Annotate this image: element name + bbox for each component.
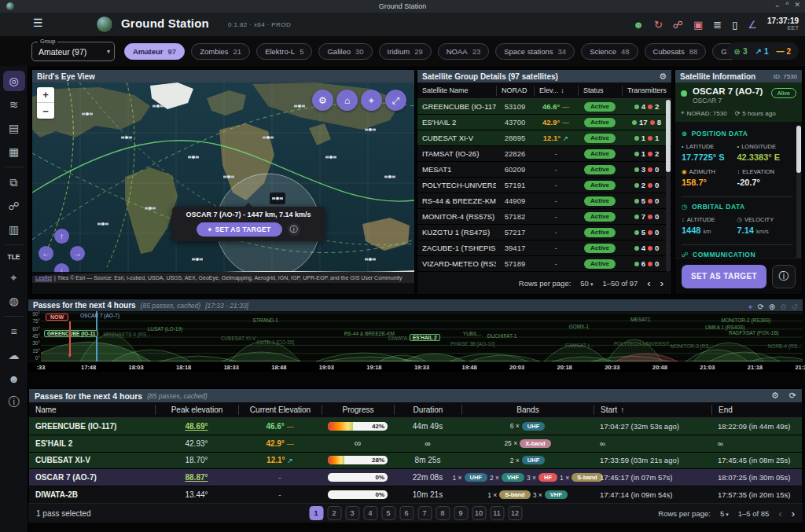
column-header-peak-elevation[interactable]: Peak elevation [155,405,238,415]
group-select[interactable]: Group Amateur (97) ▾ [31,42,115,61]
antenna-alert-icon[interactable]: ☍ [673,20,683,30]
scrollbar[interactable] [796,125,801,262]
pan-up-button[interactable]: ↑ [54,229,69,244]
page-button-5[interactable]: 5 [381,506,395,520]
rows-per-page-select[interactable]: 50▾ [580,279,593,288]
table-row[interactable]: MESAT160209-Active30 [417,162,671,178]
tooltip-info-button[interactable]: ⓘ [288,223,300,236]
page-button-4[interactable]: 4 [363,506,377,520]
sidebar-item-cloud[interactable]: ☁ [3,345,25,365]
map-home-button[interactable]: ⌂ [336,90,358,111]
column-header-current-elevation[interactable]: Current Elevation [238,405,322,415]
rotator-icon[interactable]: ↻ [654,20,663,30]
radio-icon[interactable]: ▣ [693,20,703,30]
peak-elevation[interactable]: 88.87° [185,473,208,482]
page-button-11[interactable]: 11 [490,506,504,520]
sidebar-item-passes[interactable]: ≋ [3,94,25,115]
sidebar-item-tuning[interactable]: ≡ [3,321,25,342]
sidebar-item-satellites[interactable]: ⌖ [3,267,25,288]
pass-row[interactable]: CUBESAT XI-V18.70°12.1° ↗28%8m 25s2 × UH… [29,453,802,470]
timeline-reset-button[interactable]: ↺ [792,303,798,311]
table-row[interactable]: MONITOR-4 (RS57S)57182-Active70 [417,209,671,225]
sidebar-item-files[interactable]: ▤ [3,118,25,138]
set-as-target-button[interactable]: SET AS TARGET [682,265,766,288]
column-header-elev[interactable]: Elev...↓ [534,86,578,96]
pass-row[interactable]: DIWATA-2B13.44°-0%10m 21s1 × S-band3 × V… [29,486,802,504]
rows-per-page-select[interactable]: 5▾ [720,509,729,518]
pass-row[interactable]: OSCAR 7 (AO-7)88.87°-0%22m 08s1 × UHF2 ×… [29,469,802,486]
operator-icon[interactable]: ☻ [633,20,644,30]
zoom-out-button[interactable]: − [37,103,54,119]
table-row[interactable]: CUBESAT XI-V2889512.1° ↗Active11 [417,130,671,146]
page-button-12[interactable]: 12 [508,506,522,520]
map-fullscreen-button[interactable]: ⤢ [385,90,406,111]
group-chip-iridium[interactable]: Iridium29 [379,43,432,60]
info-button[interactable]: ⓘ [772,265,796,288]
timeline-zoom-in-button[interactable]: ⊕ [769,303,775,311]
group-chip-science[interactable]: Science48 [581,43,638,60]
gear-icon[interactable]: ⚙ [771,391,779,401]
group-chip-space-stations[interactable]: Space stations34 [495,43,575,60]
page-button-8[interactable]: 8 [436,506,450,520]
group-chip-cubesats[interactable]: Cubesats88 [645,43,707,60]
sidebar-item-antenna[interactable]: ☍ [3,196,25,216]
hamburger-menu-icon[interactable]: ☰ [33,17,43,29]
device-icon[interactable]: ▯ [732,20,737,30]
prev-page-button[interactable]: ‹ [778,508,781,519]
page-button-7[interactable]: 7 [417,506,432,520]
close-button[interactable]: ✕ [794,1,800,9]
page-button-9[interactable]: 9 [454,506,468,520]
page-button-6[interactable]: 6 [399,506,414,520]
column-header-satellite-name[interactable]: Satellite Name [417,86,496,96]
table-row[interactable]: VIZARD-METEO (RS3...57189-Active60 [417,256,671,272]
sidebar-item-globe[interactable]: ◍ [3,291,25,311]
column-header-bands[interactable]: Bands [461,405,594,415]
next-page-button[interactable]: › [792,508,795,519]
timeline-zoom-out-button[interactable]: ⊖ [780,303,786,311]
page-button-3[interactable]: 3 [345,506,359,520]
group-chip-noaa[interactable]: NOAA23 [438,43,490,60]
page-button-2[interactable]: 2 [327,506,341,520]
shade-button[interactable]: ⌄ [774,1,781,9]
sidebar-item-radio[interactable]: ⧉ [3,172,25,193]
next-page-button[interactable]: › [660,277,663,289]
map-target-button[interactable]: ⌖ [361,90,382,111]
table-row[interactable]: GREENCUBE (IO-117)5310946.6° —Active42 [417,99,671,115]
sidebar-item-schedule[interactable]: ▦ [3,141,25,162]
pass-row[interactable]: ES'HAIL 242.93°42.9° —∞∞25 × X-band∞∞ [29,435,802,453]
column-header-start[interactable]: Start↑ [594,405,711,415]
column-header-duration[interactable]: Duration [394,405,461,415]
column-header-status[interactable]: Status [578,86,622,96]
group-chip-amateur[interactable]: Amateur97 [124,43,185,60]
sidebar-item-account[interactable]: ☻ [3,369,25,389]
timeline-satellite-icon[interactable]: ⌖ [748,303,753,311]
page-button-10[interactable]: 10 [472,506,486,520]
column-header-name[interactable]: Name [29,405,155,415]
scrollbar[interactable] [666,99,671,272]
queue-icon[interactable]: ≣ [713,20,722,30]
sidebar-item-info[interactable]: ⓘ [3,392,25,413]
table-row[interactable]: ES'HAIL 24370042.9° —Active178 [417,115,671,130]
peak-elevation[interactable]: 48.69° [185,422,208,431]
column-header-progress[interactable]: Progress [322,405,394,415]
group-chip-zombies[interactable]: Zombies21 [191,43,250,60]
pan-left-button[interactable]: ← [39,246,53,261]
pass-row[interactable]: GREENCUBE (IO-117)48.69°46.6° —42%44m 49… [29,418,802,435]
column-header-norad[interactable]: NORAD [496,86,534,96]
elevation-icon[interactable]: ∠ [748,20,757,30]
table-row[interactable]: KUZGTU 1 (RS47S)57217-Active50 [417,225,671,240]
sidebar-item-news[interactable]: ▥ [3,219,25,240]
group-chip-elektro-l[interactable]: Elektro-L5 [256,43,312,60]
column-header-transmitters[interactable]: Transmitters [622,86,671,96]
map-settings-button[interactable]: ⚙ [312,90,333,111]
page-button-1[interactable]: 1 [309,506,323,520]
set-as-target-button[interactable]: ⌖ SET AS TARGET [197,222,281,237]
group-chip-galileo[interactable]: Galileo30 [318,43,372,60]
prev-page-button[interactable]: ‹ [647,277,650,289]
pan-right-button[interactable]: → [70,246,85,261]
table-row[interactable]: RS-44 & BREEZE-KM ...44909-Active50 [417,193,671,209]
unshade-button[interactable]: ^ [785,1,788,9]
column-header-end[interactable]: End [711,405,802,415]
leaflet-link[interactable]: Leaflet [35,275,52,281]
timeline-refresh-button[interactable]: ⟳ [757,303,763,311]
